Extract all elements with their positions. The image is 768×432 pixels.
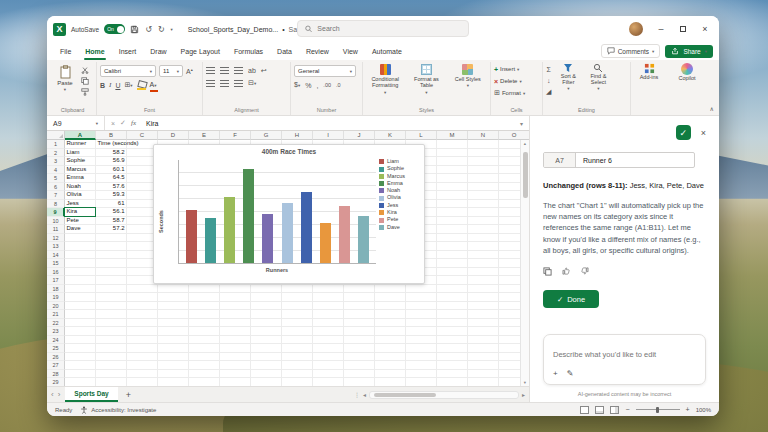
grid-cell[interactable] bbox=[437, 344, 468, 353]
collapse-ribbon-icon[interactable]: ∧ bbox=[710, 105, 714, 112]
grid-cell[interactable] bbox=[468, 370, 499, 379]
grid-cell[interactable] bbox=[220, 310, 251, 319]
grid-cell[interactable] bbox=[406, 361, 437, 370]
row-header[interactable]: 24 bbox=[47, 336, 65, 345]
grid-cell[interactable] bbox=[282, 310, 313, 319]
grid-cell[interactable] bbox=[158, 319, 189, 328]
grid-cell[interactable] bbox=[437, 183, 468, 192]
grid-cell[interactable] bbox=[96, 361, 127, 370]
tab-file[interactable]: File bbox=[53, 42, 78, 60]
grid-cell[interactable] bbox=[65, 319, 96, 328]
grid-cell[interactable]: Dave bbox=[65, 225, 96, 234]
fill-icon[interactable]: ↓ bbox=[547, 76, 551, 85]
column-header[interactable]: K bbox=[375, 131, 406, 140]
grid-cell[interactable] bbox=[96, 310, 127, 319]
search-input[interactable] bbox=[317, 25, 461, 32]
legend-item[interactable]: Emma bbox=[379, 181, 421, 187]
legend-item[interactable]: Olivia bbox=[379, 195, 421, 201]
borders-icon[interactable]: ⊞▾ bbox=[124, 80, 132, 90]
chart-bar[interactable] bbox=[224, 197, 235, 263]
grid-cell[interactable] bbox=[96, 268, 127, 277]
chart-bar[interactable] bbox=[205, 218, 216, 263]
grid-cell[interactable] bbox=[65, 276, 96, 285]
grid-cell[interactable] bbox=[375, 319, 406, 328]
row-header[interactable]: 17 bbox=[47, 276, 65, 285]
grid-cell[interactable]: 64.5 bbox=[96, 174, 127, 183]
chart-bar[interactable] bbox=[301, 192, 312, 264]
grid-cell[interactable] bbox=[189, 370, 220, 379]
grid-cell[interactable] bbox=[251, 327, 282, 336]
chart-bar[interactable] bbox=[262, 214, 273, 263]
scroll-down-icon[interactable]: ▾ bbox=[521, 380, 529, 385]
grid-cell[interactable] bbox=[251, 302, 282, 311]
scroll-up-icon[interactable]: ▴ bbox=[521, 141, 529, 146]
zoom-in-icon[interactable]: + bbox=[686, 406, 690, 413]
grid-cell[interactable] bbox=[375, 361, 406, 370]
grid-cell[interactable] bbox=[375, 327, 406, 336]
copilot-button[interactable]: Copilot bbox=[670, 63, 704, 81]
grid-cell[interactable] bbox=[437, 234, 468, 243]
grid-cell[interactable] bbox=[65, 285, 96, 294]
grid-cell[interactable] bbox=[220, 353, 251, 362]
grid-cell[interactable] bbox=[65, 234, 96, 243]
grid-cell[interactable] bbox=[468, 183, 499, 192]
grid-cell[interactable] bbox=[437, 370, 468, 379]
grow-font-icon[interactable]: A▴ bbox=[186, 65, 193, 76]
find-select-button[interactable]: Find & Select ▾ bbox=[585, 63, 611, 91]
grid-cell[interactable] bbox=[468, 353, 499, 362]
autosum-icon[interactable]: Σ bbox=[547, 65, 551, 74]
grid-cell[interactable] bbox=[468, 319, 499, 328]
grid-cell[interactable]: Marcus bbox=[65, 166, 96, 175]
grid-cell[interactable] bbox=[158, 336, 189, 345]
horizontal-scrollbar-thumb[interactable] bbox=[374, 393, 436, 397]
row-header[interactable]: 15 bbox=[47, 259, 65, 268]
zoom-slider[interactable] bbox=[636, 409, 680, 410]
grid-cell[interactable] bbox=[437, 285, 468, 294]
font-name-select[interactable]: Calibri▾ bbox=[100, 65, 156, 77]
grid-cell[interactable] bbox=[468, 157, 499, 166]
column-header[interactable]: L bbox=[406, 131, 437, 140]
page-break-view-icon[interactable] bbox=[610, 406, 619, 414]
tab-data[interactable]: Data bbox=[270, 42, 299, 60]
grid-cell[interactable] bbox=[220, 344, 251, 353]
grid-cell[interactable] bbox=[437, 336, 468, 345]
grid-cell[interactable] bbox=[65, 344, 96, 353]
chart-bar[interactable] bbox=[320, 223, 331, 263]
row-header[interactable]: 29 bbox=[47, 378, 65, 386]
grid-cell[interactable] bbox=[437, 259, 468, 268]
legend-item[interactable]: Noah bbox=[379, 188, 421, 194]
zoom-level[interactable]: 100% bbox=[696, 407, 711, 413]
vertical-scrollbar-thumb[interactable] bbox=[523, 152, 528, 198]
grid-cell[interactable] bbox=[282, 302, 313, 311]
grid-cell[interactable] bbox=[375, 336, 406, 345]
document-title[interactable]: School_Sports_Day_Demo... • Saved ▾ bbox=[188, 26, 315, 33]
redo-icon[interactable]: ↻ bbox=[158, 25, 165, 34]
grid-cell[interactable] bbox=[313, 336, 344, 345]
column-header[interactable]: J bbox=[344, 131, 375, 140]
align-middle-icon[interactable] bbox=[220, 67, 229, 74]
grid-cell[interactable] bbox=[468, 268, 499, 277]
align-right-icon[interactable] bbox=[234, 80, 243, 87]
grid-cell[interactable] bbox=[406, 336, 437, 345]
grid-cell[interactable] bbox=[313, 319, 344, 328]
grid-cell[interactable] bbox=[127, 327, 158, 336]
grid-cell[interactable] bbox=[282, 353, 313, 362]
row-header[interactable]: 23 bbox=[47, 327, 65, 336]
grid-cell[interactable]: 58.2 bbox=[96, 149, 127, 158]
merge-center-icon[interactable]: ⊟▾ bbox=[248, 78, 256, 88]
grid-cell[interactable]: 57.2 bbox=[96, 225, 127, 234]
grid-cell[interactable] bbox=[251, 361, 282, 370]
grid-cell[interactable] bbox=[437, 319, 468, 328]
grid-cell[interactable]: Noah bbox=[65, 183, 96, 192]
grid-cell[interactable] bbox=[437, 166, 468, 175]
grid-cell[interactable] bbox=[468, 200, 499, 209]
grid-cell[interactable] bbox=[468, 327, 499, 336]
paste-button[interactable]: Paste ▾ bbox=[52, 63, 78, 92]
font-color-icon[interactable]: A▾ bbox=[150, 81, 157, 90]
wrap-text-icon[interactable]: ↩ bbox=[261, 66, 267, 75]
grid-cell[interactable] bbox=[158, 344, 189, 353]
row-header[interactable]: 5 bbox=[47, 174, 65, 183]
tab-view[interactable]: View bbox=[336, 42, 365, 60]
column-header[interactable]: A bbox=[65, 131, 96, 140]
grid-cell[interactable] bbox=[437, 191, 468, 200]
